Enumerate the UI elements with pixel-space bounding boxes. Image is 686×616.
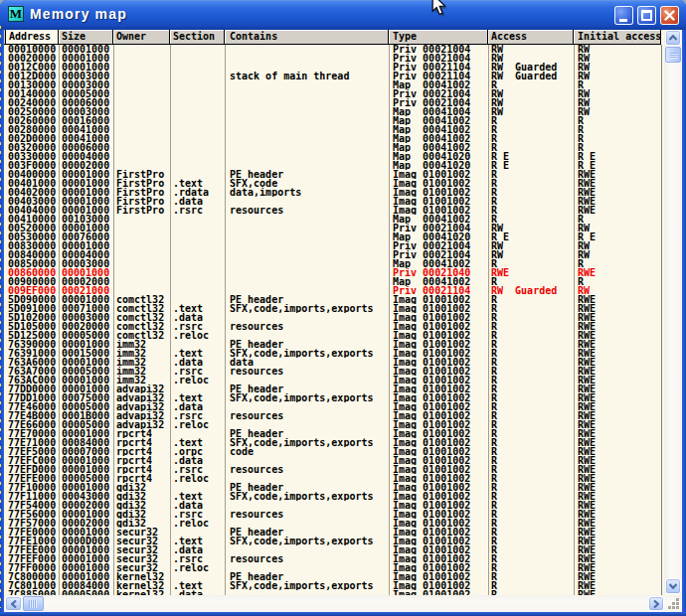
memory-row-00330000[interactable]: 0033000000004000Map 00041020R ER E xyxy=(4,152,661,161)
horizontal-scrollbar-thumb[interactable] xyxy=(23,596,44,611)
column-header-initial-access[interactable]: Initial access xyxy=(574,30,661,44)
cell-size: 00005000 xyxy=(62,402,113,411)
memory-row-00240000[interactable]: 0024000000006000Priv 00021004RWRW xyxy=(4,98,661,107)
scroll-right-button[interactable] xyxy=(648,596,664,611)
cell-contains: resources xyxy=(230,206,389,215)
memory-map-icon[interactable]: M xyxy=(8,6,24,22)
memory-row-77FEF000[interactable]: 77FEF00000001000secur32.rsrcresourcesIma… xyxy=(4,554,661,563)
memory-row-5D102000[interactable]: 5D10200000003000comctl32.dataImag 010010… xyxy=(4,313,661,322)
cell-size: 00041000 xyxy=(62,125,113,134)
memory-row-77EFC000[interactable]: 77EFC00000001000rpcrt4.dataImag 01001002… xyxy=(4,456,661,465)
cell-access: R xyxy=(491,116,574,125)
column-header-size[interactable]: Size xyxy=(59,30,113,44)
cell-address: 002D0000 xyxy=(8,134,59,143)
column-header-section[interactable]: Section xyxy=(170,30,225,44)
memory-row-77E71000[interactable]: 77E7100000084000rpcrt4.textSFX,code,impo… xyxy=(4,438,661,447)
memory-row-00860000[interactable]: 0086000000001000Priv 00021040RWERWE xyxy=(4,268,661,277)
memory-row-00410000[interactable]: 0041000000103000Map 00041002RR xyxy=(4,215,661,224)
memory-row-77E4B000[interactable]: 77E4B0000001B000advapi32.rsrcresourcesIm… xyxy=(4,411,661,420)
memory-row-00320000[interactable]: 0032000000006000Map 00041002RR xyxy=(4,143,661,152)
cell-contains: SFX,code,imports,exports xyxy=(230,393,389,402)
scroll-up-button[interactable] xyxy=(665,30,681,46)
memory-row-77FE1000[interactable]: 77FE10000000D000secur32.textSFX,code,imp… xyxy=(4,537,661,545)
memory-row-77F57000[interactable]: 77F5700000002000gdi32.relocImag 01001002… xyxy=(4,519,661,528)
cell-size: 00002000 xyxy=(62,519,113,528)
memory-row-00250000[interactable]: 0025000000003000Map 00041004RWRW xyxy=(4,107,661,116)
memory-row-77FEE000[interactable]: 77FEE00000001000secur32.dataImag 0100100… xyxy=(4,545,661,554)
column-header-address[interactable]: Address xyxy=(5,30,59,44)
memory-row-5D105000[interactable]: 5D10500000020000comctl32.rsrcresourcesIm… xyxy=(4,322,661,331)
scroll-left-button[interactable] xyxy=(5,596,22,611)
memory-row-00130000[interactable]: 0013000000003000Map 00041002RR xyxy=(4,80,661,89)
memory-row-77F10000[interactable]: 77F1000000001000gdi32PE headerImag 01001… xyxy=(4,483,661,492)
memory-row-77DD0000[interactable]: 77DD000000001000advapi32PE headerImag 01… xyxy=(4,385,661,393)
memory-row-77FE0000[interactable]: 77FE000000001000secur32PE headerImag 010… xyxy=(4,528,661,537)
horizontal-scrollbar-track[interactable] xyxy=(4,595,682,612)
cell-size: 00001000 xyxy=(62,295,113,304)
memory-row-77E46000[interactable]: 77E4600000005000advapi32.dataImag 010010… xyxy=(4,402,661,411)
vertical-scrollbar-thumb[interactable] xyxy=(665,47,681,63)
memory-row-00830000[interactable]: 0083000000001000Priv 00021004RWRW xyxy=(4,241,661,250)
memory-row-0012D000[interactable]: 0012D00000003000stack of main threadPriv… xyxy=(4,72,661,80)
titlebar[interactable]: M Memory map xyxy=(0,0,686,30)
column-header-contains[interactable]: Contains xyxy=(225,30,389,44)
column-header-type[interactable]: Type xyxy=(389,30,488,44)
memory-row-00401000[interactable]: 0040100000001000FirstPro.textSFX,codeIma… xyxy=(4,179,661,188)
memory-row-00140000[interactable]: 0014000000005000Priv 00021004RWRW xyxy=(4,89,661,98)
cell-contains: PE header xyxy=(230,572,389,581)
memory-row-00530000[interactable]: 0053000000076000Map 00041020R ER E xyxy=(4,232,661,241)
close-button[interactable] xyxy=(660,6,679,25)
cell-address: 00403000 xyxy=(8,197,59,206)
memory-row-00403000[interactable]: 0040300000001000FirstPro.dataImag 010010… xyxy=(4,197,661,206)
memory-row-5D091000[interactable]: 5D09100000071000comctl32.textSFX,code,im… xyxy=(4,304,661,313)
memory-row-763A6000[interactable]: 763A600000001000imm32.datadataImag 01001… xyxy=(4,358,661,367)
memory-row-00840000[interactable]: 0084000000004000Priv 00021004RWRW xyxy=(4,250,661,259)
memory-row-76391000[interactable]: 7639100000015000imm32.textSFX,code,impor… xyxy=(4,349,661,358)
memory-row-00850000[interactable]: 0085000000003000Map 00041002RR xyxy=(4,259,661,268)
column-header-access[interactable]: Access xyxy=(488,30,574,44)
cell-initial-access: RW xyxy=(578,224,661,232)
memory-row-77EFE000[interactable]: 77EFE00000005000rpcrt4.relocImag 0100100… xyxy=(4,474,661,483)
memory-row-76390000[interactable]: 7639000000001000imm32PE headerImag 01001… xyxy=(4,340,661,349)
cell-initial-access: R E xyxy=(578,161,661,170)
memory-row-009EF000[interactable]: 009EF00000021000Priv 00021104RW GuardedR… xyxy=(4,286,661,295)
memory-row-763A7000[interactable]: 763A700000005000imm32.rsrcresourcesImag … xyxy=(4,367,661,376)
window-border-right[interactable] xyxy=(682,30,686,616)
memory-row-5D090000[interactable]: 5D09000000001000comctl32PE headerImag 01… xyxy=(4,295,661,304)
memory-row-00020000[interactable]: 0002000000001000Priv 00021004RWRW xyxy=(4,54,661,63)
window-border-bottom[interactable] xyxy=(0,612,686,616)
memory-row-00520000[interactable]: 0052000000001000Priv 00021004RWRW xyxy=(4,224,661,232)
memory-row-77DD1000[interactable]: 77DD100000075000advapi32.textSFX,code,im… xyxy=(4,393,661,402)
memory-row-77E66000[interactable]: 77E6600000005000advapi32.relocImag 01001… xyxy=(4,420,661,429)
vertical-scrollbar-track[interactable] xyxy=(664,30,682,594)
memory-row-763AC000[interactable]: 763AC00000001000imm32.relocImag 01001002… xyxy=(4,376,661,385)
memory-row-00900000[interactable]: 0090000000002000Map 00041002RR xyxy=(4,277,661,286)
memory-row-7C800000[interactable]: 7C80000000001000kernel32PE headerImag 01… xyxy=(4,572,661,581)
memory-row-0012C000[interactable]: 0012C00000001000Priv 00021104RW GuardedR… xyxy=(4,63,661,72)
memory-row-003F0000[interactable]: 003F000000002000Map 00041020R ER E xyxy=(4,161,661,170)
memory-row-77F54000[interactable]: 77F5400000002000gdi32.dataImag 01001002R… xyxy=(4,501,661,510)
cell-section: .reloc xyxy=(173,331,225,340)
memory-row-00010000[interactable]: 0001000000001000Priv 00021004RWRW xyxy=(4,45,661,54)
memory-row-00260000[interactable]: 0026000000016000Map 00041002RR xyxy=(4,116,661,125)
cell-initial-access: R xyxy=(578,80,661,89)
cell-type: Imag 01001002 xyxy=(393,563,488,572)
memory-row-7C801000[interactable]: 7C80100000084000kernel32.textSFX,code,im… xyxy=(4,581,661,590)
memory-row-00280000[interactable]: 0028000000041000Map 00041002RR xyxy=(4,125,661,134)
memory-row-5D125000[interactable]: 5D12500000005000comctl32.relocImag 01001… xyxy=(4,331,661,340)
memory-row-77F11000[interactable]: 77F1100000043000gdi32.textSFX,code,impor… xyxy=(4,492,661,501)
memory-row-00404000[interactable]: 0040400000001000FirstPro.rsrcresourcesIm… xyxy=(4,206,661,215)
resize-grip[interactable] xyxy=(666,596,681,611)
memory-row-002D0000[interactable]: 002D000000041000Map 00041002RR xyxy=(4,134,661,143)
memory-row-77EF5000[interactable]: 77EF500000007000rpcrt4.orpccodeImag 0100… xyxy=(4,447,661,456)
memory-row-00400000[interactable]: 0040000000001000FirstProPE headerImag 01… xyxy=(4,170,661,179)
memory-row-77F56000[interactable]: 77F5600000001000gdi32.rsrcresourcesImag … xyxy=(4,510,661,519)
maximize-button[interactable] xyxy=(637,6,656,25)
column-header-owner[interactable]: Owner xyxy=(113,30,170,44)
minimize-button[interactable] xyxy=(614,6,633,25)
scroll-down-button[interactable] xyxy=(665,578,681,594)
memory-row-77FF0000[interactable]: 77FF000000001000secur32.relocImag 010010… xyxy=(4,563,661,572)
memory-row-77EFD000[interactable]: 77EFD00000001000rpcrt4.rsrcresourcesImag… xyxy=(4,465,661,474)
memory-row-00402000[interactable]: 0040200000001000FirstPro.rdatadata,impor… xyxy=(4,188,661,197)
memory-row-77E70000[interactable]: 77E7000000001000rpcrt4PE headerImag 0100… xyxy=(4,429,661,438)
